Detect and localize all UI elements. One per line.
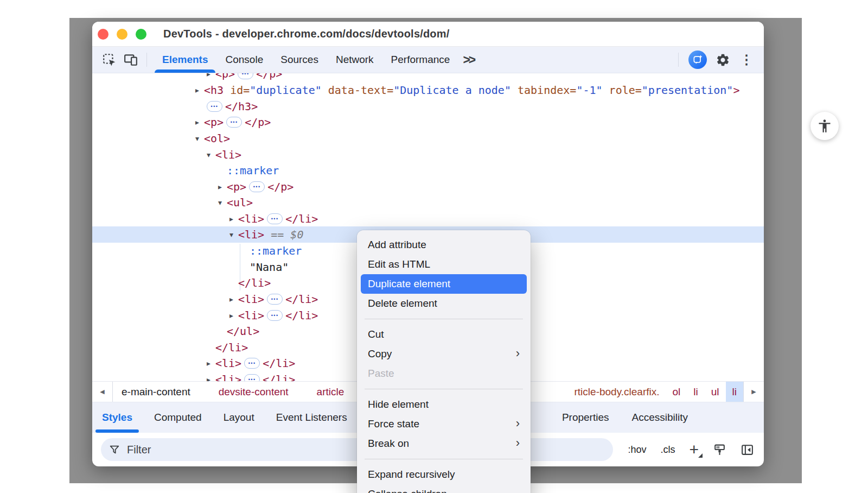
- sidebar-tab-layout[interactable]: Layout: [215, 402, 263, 433]
- menu-item-cut[interactable]: Cut: [361, 325, 527, 344]
- ellipsis-pill[interactable]: •••: [249, 181, 265, 192]
- menu-item-delete-element[interactable]: Delete element: [361, 294, 527, 313]
- ellipsis-pill[interactable]: •••: [226, 117, 242, 128]
- collapse-arrow-icon[interactable]: ▸: [195, 86, 204, 94]
- code-tag: >: [733, 84, 739, 97]
- tree-row[interactable]: ▾<ol>: [92, 130, 764, 147]
- ellipsis-pill[interactable]: •••: [244, 358, 260, 369]
- breadcrumb-item-selected[interactable]: li: [726, 382, 743, 402]
- sidebar-tab-properties[interactable]: Properties: [553, 402, 618, 433]
- inspect-element-icon[interactable]: [102, 53, 116, 67]
- code-attr: data-text=: [322, 84, 393, 97]
- expand-arrow-icon[interactable]: ▾: [207, 150, 215, 159]
- collapse-arrow-icon[interactable]: ▸: [195, 118, 204, 127]
- context-menu: Add attributeEdit as HTMLDuplicate eleme…: [357, 230, 531, 493]
- breadcrumb-item[interactable]: e-main-content: [115, 386, 197, 398]
- submenu-chevron-icon: ›: [516, 347, 520, 359]
- menu-item-add-attribute[interactable]: Add attribute: [361, 235, 527, 255]
- menu-item-label: Force state: [368, 418, 419, 430]
- sidebar-tab-styles[interactable]: Styles: [93, 402, 141, 433]
- sidebar-tab-event-listeners[interactable]: Event Listeners: [267, 402, 356, 433]
- code-tag: </p>: [256, 73, 282, 80]
- panel-tab-sources[interactable]: Sources: [272, 47, 327, 73]
- code-tag: </li>: [285, 309, 318, 322]
- settings-gear-icon[interactable]: [716, 53, 730, 67]
- panel-tab-performance[interactable]: Performance: [382, 47, 459, 73]
- close-window-button[interactable]: [98, 29, 108, 40]
- collapse-arrow-icon[interactable]: ▸: [207, 73, 215, 78]
- toggle-element-state-button[interactable]: :hov: [628, 444, 646, 456]
- menu-item-duplicate-element[interactable]: Duplicate element: [361, 274, 527, 294]
- menu-item-edit-as-html[interactable]: Edit as HTML: [361, 255, 527, 274]
- page: { "window": { "title": "DevTools - devel…: [0, 0, 868, 493]
- ellipsis-pill[interactable]: •••: [267, 213, 283, 224]
- panel-tabs: ElementsConsoleSourcesNetworkPerformance: [154, 47, 458, 73]
- tree-row[interactable]: ::marker: [92, 162, 764, 179]
- breadcrumb-item[interactable]: li: [687, 382, 704, 402]
- code-tag: </li>: [263, 373, 295, 381]
- rendering-brush-icon[interactable]: [713, 443, 726, 457]
- menu-item-expand-recursively[interactable]: Expand recursively: [361, 465, 527, 484]
- tree-row[interactable]: ▾<li>: [92, 147, 764, 163]
- element-classes-button[interactable]: .cls: [660, 444, 675, 456]
- submenu-chevron-icon: ›: [516, 437, 520, 449]
- maximize-window-button[interactable]: [136, 29, 146, 40]
- tree-row[interactable]: ▸<p>•••</p>: [92, 73, 764, 82]
- ellipsis-pill[interactable]: •••: [207, 101, 222, 112]
- new-style-rule-button[interactable]: +: [689, 441, 699, 458]
- sidebar-tab-accessibility[interactable]: Accessibility: [623, 402, 697, 433]
- code-tag: </h3>: [225, 100, 258, 113]
- tree-row[interactable]: ▸<p>•••</p>: [92, 114, 764, 130]
- breadcrumb-item[interactable]: rticle-body.clearfix.: [568, 382, 666, 402]
- code-tag: <li>: [215, 148, 241, 161]
- code-tag: </li>: [238, 276, 271, 289]
- code-tag: <ul>: [227, 196, 253, 209]
- breadcrumb-item[interactable]: ol: [666, 382, 687, 402]
- breadcrumb-item[interactable]: devsite-content: [212, 386, 295, 398]
- code-val: "-1": [576, 84, 602, 97]
- more-tabs-icon[interactable]: >>: [463, 53, 474, 67]
- expand-arrow-icon[interactable]: ▾: [229, 230, 238, 239]
- tree-row[interactable]: ▸<p>•••</p>: [92, 179, 764, 195]
- ai-assistant-icon[interactable]: [688, 50, 707, 69]
- panel-tab-console[interactable]: Console: [216, 47, 272, 73]
- styles-toolbar-actions: :hov .cls +: [628, 441, 754, 458]
- ellipsis-pill[interactable]: •••: [267, 310, 283, 321]
- tree-row[interactable]: ▸<li>•••</li>: [92, 211, 764, 227]
- toolbar-divider: [146, 53, 147, 67]
- breadcrumb-scroll-left-icon[interactable]: ◀: [92, 382, 113, 402]
- device-toolbar-icon[interactable]: [124, 53, 138, 67]
- breadcrumb-item[interactable]: ul: [705, 382, 726, 402]
- accessibility-widget[interactable]: [810, 112, 839, 140]
- breadcrumb-item[interactable]: article: [310, 386, 351, 398]
- menu-item-force-state[interactable]: Force state›: [361, 414, 527, 434]
- overflow-menu-icon[interactable]: ⋮: [740, 53, 753, 66]
- expand-arrow-icon[interactable]: ▾: [218, 198, 227, 207]
- menu-item-copy[interactable]: Copy›: [361, 344, 527, 364]
- tree-row[interactable]: ▾<ul>: [92, 194, 764, 211]
- panel-tab-elements[interactable]: Elements: [154, 47, 216, 73]
- collapse-arrow-icon[interactable]: ▸: [229, 214, 238, 223]
- breadcrumb-scroll-right-icon[interactable]: ▶: [743, 382, 764, 402]
- collapse-arrow-icon[interactable]: ▸: [207, 359, 215, 368]
- expand-arrow-icon[interactable]: ▾: [195, 134, 204, 143]
- sidebar-tab-computed[interactable]: Computed: [145, 402, 210, 433]
- menu-item-break-on[interactable]: Break on›: [361, 434, 527, 453]
- panel-tab-network[interactable]: Network: [327, 47, 382, 73]
- menu-item-hide-element[interactable]: Hide element: [361, 395, 527, 414]
- toggle-sidebar-icon[interactable]: [741, 443, 754, 457]
- breadcrumbs-left: e-main-contentdevsite-contentarticle: [113, 382, 350, 402]
- ellipsis-pill[interactable]: •••: [267, 294, 283, 305]
- title-bar: DevTools - developer.chrome.com/docs/dev…: [92, 22, 764, 47]
- tree-row[interactable]: ▸<h3 id="duplicate" data-text="Duplicate…: [92, 82, 764, 98]
- tree-row[interactable]: •••</h3>: [92, 98, 764, 115]
- collapse-arrow-icon[interactable]: ▸: [229, 295, 238, 304]
- ellipsis-pill[interactable]: •••: [238, 73, 253, 79]
- minimize-window-button[interactable]: [117, 29, 127, 40]
- code-val: "duplicate": [250, 84, 321, 97]
- menu-item-collapse-children[interactable]: Collapse children: [361, 484, 527, 493]
- collapse-arrow-icon[interactable]: ▸: [229, 311, 238, 320]
- collapse-arrow-icon[interactable]: ▸: [207, 375, 215, 381]
- ellipsis-pill[interactable]: •••: [244, 374, 260, 381]
- collapse-arrow-icon[interactable]: ▸: [218, 182, 227, 191]
